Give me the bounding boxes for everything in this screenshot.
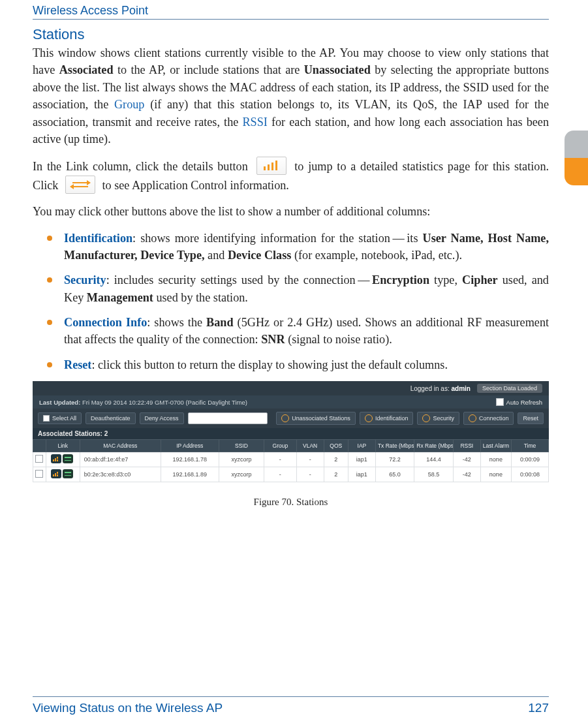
col-time: Time — [511, 440, 548, 452]
text: In the Link column, click the details bu… — [33, 160, 248, 173]
text: used by the station. — [153, 291, 248, 304]
cell-rx: 58.5 — [414, 467, 453, 482]
security-button[interactable]: Security — [417, 412, 459, 425]
footer-rule — [33, 696, 549, 697]
cell-tx: 72.2 — [375, 452, 414, 467]
cell-qos: 2 — [324, 467, 348, 482]
swap-arrows-icon[interactable] — [63, 454, 73, 463]
cell-mac: b0:2e:3c:e8:d3:c0 — [80, 467, 161, 482]
table-header-row: Link MAC Address IP Address SSID Group V… — [33, 440, 549, 452]
col-qos: QOS — [324, 440, 348, 452]
gear-icon — [365, 414, 373, 422]
text: type, — [429, 273, 462, 286]
page-edge-tab — [565, 131, 588, 185]
status-pill: Section Data Loaded — [477, 384, 542, 393]
tab-orange — [565, 158, 588, 185]
text: : shows more identifying information for… — [132, 232, 422, 245]
cell-qos: 2 — [324, 452, 348, 467]
footer-left: Viewing Status on the Wireless AP — [33, 701, 223, 715]
filter-input[interactable] — [188, 412, 268, 424]
para-intro: This window shows client stations curren… — [33, 44, 549, 147]
link-cell — [46, 467, 80, 482]
col-ssid: SSID — [219, 440, 264, 452]
text: : click this button to return the displa… — [91, 358, 448, 371]
bold: SNR — [261, 333, 285, 346]
text: (signal to noise ratio). — [285, 333, 392, 346]
bold: Band — [206, 316, 233, 329]
tab-grey — [565, 131, 588, 158]
table-row[interactable]: b0:2e:3c:e8:d3:c0 192.168.1.89 xyzcorp -… — [33, 467, 549, 482]
table-row[interactable]: 00:ab:df:1e:4f:e7 192.168.1.78 xyzcorp -… — [33, 452, 549, 467]
section-title-stations: Stations — [33, 26, 549, 43]
col-rssi: RSSI — [453, 440, 480, 452]
col-ip: IP Address — [161, 440, 219, 452]
bullet-security: Security: includes security settings use… — [64, 271, 549, 306]
cell-rssi: -42 — [453, 467, 480, 482]
last-updated: Last Updated: Fri May 09 2014 10:22:49 G… — [39, 399, 247, 406]
col-tx: Tx Rate (Mbps) — [375, 440, 414, 452]
col-alarm: Last Alarm — [480, 440, 511, 452]
signal-bars-icon — [264, 161, 277, 170]
gear-icon — [422, 414, 430, 422]
unassociated-stations-button[interactable]: Unassociated Stations — [276, 412, 356, 425]
cell-group: - — [264, 467, 297, 482]
details-bars-icon[interactable] — [51, 454, 61, 463]
bold-unassociated: Unassociated — [304, 63, 371, 76]
cell-iap: iap1 — [348, 452, 375, 467]
cell-alarm: none — [480, 452, 511, 467]
col-mac: MAC Address — [80, 440, 161, 452]
gear-icon — [469, 414, 476, 422]
bold-associated: Associated — [59, 63, 114, 76]
lead: Connection Info — [64, 316, 147, 329]
cell-rssi: -42 — [453, 452, 480, 467]
link-rssi[interactable]: RSSI — [242, 116, 267, 129]
lead: Security — [64, 273, 106, 286]
identification-button[interactable]: Identification — [360, 412, 414, 425]
reset-button[interactable]: Reset — [518, 412, 544, 424]
lead: Reset — [64, 358, 91, 371]
row-checkbox[interactable] — [35, 455, 43, 463]
cell-ssid: xyzcorp — [219, 467, 264, 482]
fig-updated-row: Last Updated: Fri May 09 2014 10:22:49 G… — [33, 395, 549, 409]
swap-arrows-icon[interactable] — [63, 469, 73, 478]
text: (for example, notebook, iPad, etc.). — [291, 249, 462, 262]
cell-time: 0:00:08 — [511, 467, 548, 482]
auto-refresh[interactable]: Auto Refresh — [496, 398, 542, 406]
para-link-column: In the Link column, click the details bu… — [33, 157, 549, 194]
link-group[interactable]: Group — [114, 98, 144, 111]
cell-rx: 144.4 — [414, 452, 453, 467]
swap-arrows-icon[interactable] — [65, 176, 95, 194]
text: to the AP, or include stations that are — [117, 63, 304, 76]
connection-button[interactable]: Connection — [463, 412, 514, 425]
cell-ip: 192.168.1.78 — [161, 452, 219, 467]
login-label: Logged in as: admin — [410, 385, 471, 392]
cell-ip: 192.168.1.89 — [161, 467, 219, 482]
checkbox-icon[interactable] — [496, 398, 504, 406]
cell-group: - — [264, 452, 297, 467]
figure-panel: Logged in as: admin Section Data Loaded … — [33, 381, 549, 482]
row-checkbox[interactable] — [35, 470, 43, 478]
cell-ssid: xyzcorp — [219, 452, 264, 467]
select-all-button[interactable]: Select All — [38, 412, 82, 424]
text: and — [205, 249, 228, 262]
col-vlan: VLAN — [296, 440, 324, 452]
gear-icon — [281, 414, 289, 422]
details-bars-icon[interactable] — [256, 157, 286, 175]
login-user: admin — [451, 385, 470, 392]
bold: Device Class — [228, 249, 291, 262]
cell-mac: 00:ab:df:1e:4f:e7 — [80, 452, 161, 467]
page-number: 127 — [528, 701, 549, 715]
bold: Cipher — [462, 273, 498, 286]
fig-top-bar: Logged in as: admin Section Data Loaded — [33, 381, 549, 395]
details-bars-icon[interactable] — [51, 469, 61, 478]
cell-time: 0:00:09 — [511, 452, 548, 467]
bold: Encryption — [372, 273, 429, 286]
header-rule — [33, 19, 549, 20]
bullet-reset: Reset: click this button to return the d… — [64, 356, 549, 373]
bold: Management — [87, 291, 153, 304]
deny-access-button[interactable]: Deny Access — [140, 412, 184, 424]
fig-toolbar: Select All Deauthenticate Deny Access Un… — [33, 409, 549, 428]
figure-caption: Figure 70. Stations — [33, 497, 549, 508]
deauthenticate-button[interactable]: Deauthenticate — [85, 412, 136, 424]
col-checkbox — [33, 440, 46, 452]
